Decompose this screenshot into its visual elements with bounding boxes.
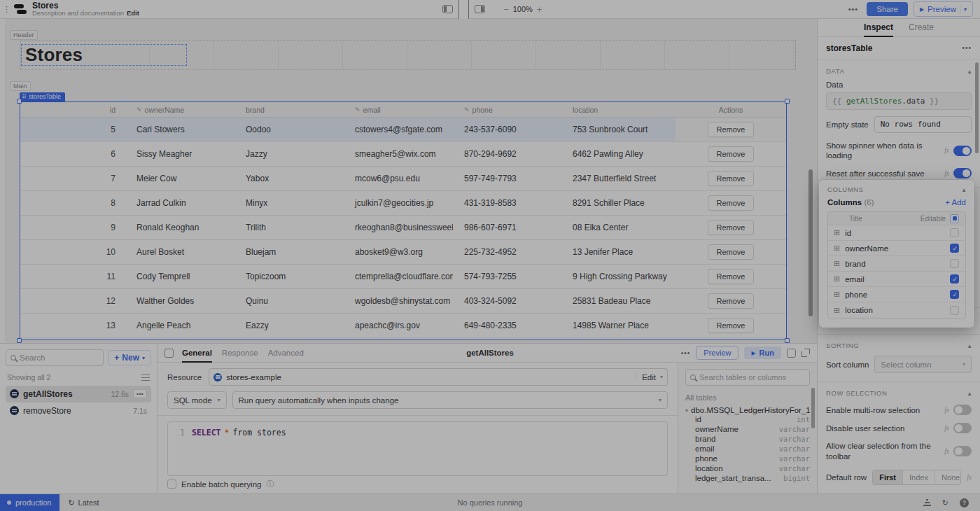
editable-checkbox[interactable] (950, 306, 959, 315)
cell-owner-name[interactable]: Walther Goldes (125, 289, 234, 313)
default-row-option-none[interactable]: None (934, 470, 961, 484)
cell-location[interactable]: 2347 Butterfield Street (561, 167, 676, 190)
resize-handle[interactable] (17, 338, 22, 343)
table-row[interactable]: 6 Sissy Meagher Jazzy smeagher5@wix.com … (20, 142, 786, 167)
cell-location[interactable]: 6462 Pawling Alley (561, 142, 676, 166)
tab-response[interactable]: Response (222, 344, 258, 362)
column-header-location[interactable]: location (561, 106, 676, 114)
zoom-level[interactable]: 100% (513, 5, 533, 13)
cell-id[interactable]: 5 (20, 118, 125, 141)
resize-handle[interactable] (785, 99, 790, 104)
empty-state-input[interactable] (874, 116, 972, 133)
cell-owner-name[interactable]: Sissy Meagher (125, 142, 234, 166)
cell-email[interactable]: apeachc@irs.gov (344, 314, 453, 337)
title-widget[interactable]: Stores (21, 44, 187, 66)
cell-brand[interactable]: Minyx (234, 191, 344, 215)
fx-icon[interactable]: fx (944, 170, 949, 177)
cell-id[interactable]: 9 (20, 216, 125, 239)
cell-owner-name[interactable]: Cari Stowers (125, 118, 234, 141)
cell-email[interactable]: jculkin7@geocities.jp (344, 191, 453, 215)
cell-owner-name[interactable]: Meier Cow (125, 167, 234, 190)
table-row[interactable]: 7 Meier Cow Yabox mcow6@psu.edu 597-749-… (20, 167, 786, 191)
table-row[interactable]: 8 Jarrad Culkin Minyx jculkin7@geocities… (20, 191, 786, 216)
schema-search-input[interactable] (699, 373, 805, 382)
column-header-brand[interactable]: brand (234, 106, 344, 114)
cell-email[interactable]: rkeoghan8@businessweek.com (344, 216, 453, 239)
default-row-option-index[interactable]: Index (902, 470, 934, 484)
collapse-icon[interactable]: ▴ (962, 186, 966, 193)
version-selector[interactable]: ↻ Latest (68, 498, 99, 507)
cell-location[interactable]: 13 Jenifer Place (561, 240, 676, 264)
toggle-schema-panel-icon[interactable] (787, 349, 796, 358)
cell-owner-name[interactable]: Angelle Peach (125, 314, 234, 337)
filter-icon[interactable] (141, 372, 150, 383)
table-row[interactable]: 12 Walther Goldes Quinu wgoldesb@shinyst… (20, 289, 786, 314)
share-button[interactable]: Share (867, 2, 908, 16)
cell-owner-name[interactable]: Ronald Keoghan (125, 216, 234, 239)
query-run-button[interactable]: ▶ Run (744, 346, 781, 359)
fx-icon[interactable]: fx (944, 147, 949, 154)
cell-email[interactable]: wgoldesb@shinystat.com (344, 289, 453, 313)
spinner-toggle[interactable] (953, 146, 972, 156)
schema-search-box[interactable] (685, 369, 810, 386)
query-more-options-icon[interactable]: ••• (681, 349, 691, 357)
cell-id[interactable]: 6 (20, 142, 125, 166)
component-name-tag[interactable]: ⠿ storesTable (20, 92, 66, 102)
query-more-icon[interactable]: ••• (133, 389, 147, 398)
stores-table-widget[interactable]: ⠿ storesTable id ✎ownerName brand ✎email… (20, 102, 787, 340)
query-list-item[interactable]: removeStore 7.1s (6, 402, 151, 419)
remove-button[interactable]: Remove (708, 244, 755, 260)
toggle-right-panel-icon[interactable] (475, 5, 485, 13)
cell-id[interactable]: 7 (20, 167, 125, 190)
chevron-down-icon[interactable]: ▾ (964, 6, 967, 13)
schema-field[interactable]: ledger_start_transa... bigint (685, 473, 810, 483)
debug-icon[interactable] (923, 498, 931, 507)
query-preview-button[interactable]: Preview (696, 346, 738, 360)
cell-phone[interactable]: 431-319-8583 (453, 191, 561, 215)
tab-inspect[interactable]: Inspect (864, 19, 893, 36)
default-row-option-first[interactable]: First (873, 470, 902, 484)
cell-email[interactable]: mcow6@psu.edu (344, 167, 453, 190)
environment-chip[interactable]: production (0, 494, 59, 511)
column-list-item[interactable]: ⊞ phone (828, 287, 965, 302)
table-row[interactable]: 11 Cody Temprell Topiczoom ctemprella@cl… (20, 265, 786, 289)
cell-email[interactable]: cstowers4@sfgate.com (344, 118, 453, 141)
cell-owner-name[interactable]: Cody Temprell (125, 265, 234, 288)
remove-button[interactable]: Remove (708, 171, 755, 186)
schema-field[interactable]: brand varchar (685, 434, 810, 444)
batch-query-checkbox[interactable] (167, 479, 176, 489)
column-header-phone[interactable]: ✎phone (453, 106, 561, 114)
add-column-button[interactable]: + Add (945, 198, 966, 206)
collapse-icon[interactable]: ▴ (968, 67, 972, 75)
cell-brand[interactable]: Oodoo (234, 118, 344, 141)
collapse-icon[interactable]: ▴ (968, 389, 972, 397)
editable-checkbox[interactable] (950, 290, 959, 299)
toggle-left-panel-icon[interactable] (442, 5, 453, 13)
cell-phone[interactable]: 986-607-6971 (453, 216, 561, 239)
cell-brand[interactable]: Topiczoom (234, 265, 344, 288)
remove-button[interactable]: Remove (708, 293, 755, 309)
resize-handle[interactable] (17, 99, 22, 104)
column-header-ownername[interactable]: ✎ownerName (125, 106, 234, 114)
cell-brand[interactable]: Yabox (234, 167, 344, 190)
cell-id[interactable]: 13 (20, 314, 125, 337)
cell-brand[interactable]: Bluejam (234, 240, 344, 264)
fx-icon[interactable]: fx (967, 474, 972, 481)
table-row[interactable]: 13 Angelle Peach Eazzy apeachc@irs.gov 6… (20, 314, 786, 338)
reset-toggle[interactable] (953, 168, 972, 178)
column-list-item[interactable]: ⊞ email (828, 272, 965, 287)
cell-email[interactable]: ctemprella@cloudflare.com (344, 265, 453, 288)
remove-button[interactable]: Remove (708, 318, 755, 333)
cell-phone[interactable]: 225-732-4952 (453, 240, 561, 264)
cell-phone[interactable]: 870-294-9692 (453, 142, 561, 166)
tab-general[interactable]: General (182, 344, 212, 362)
remove-button[interactable]: Remove (708, 122, 755, 137)
editable-checkbox[interactable] (950, 259, 959, 268)
tab-advanced[interactable]: Advanced (268, 344, 304, 362)
fx-icon[interactable]: fx (944, 407, 949, 414)
schema-field[interactable]: location varchar (685, 463, 810, 473)
cell-phone[interactable]: 597-749-7793 (453, 167, 561, 190)
resource-edit-button[interactable]: Edit ▾ (636, 373, 663, 382)
remove-button[interactable]: Remove (708, 220, 755, 235)
editor-panel-icon[interactable] (164, 349, 174, 358)
